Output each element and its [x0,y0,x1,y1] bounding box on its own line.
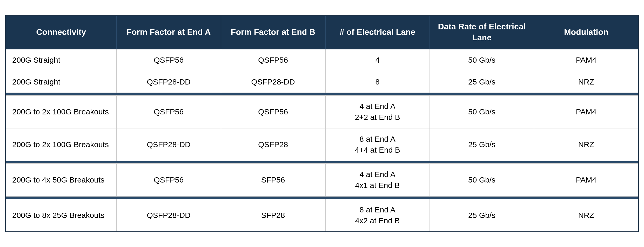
separator-row [6,93,639,95]
form-a-cell: QSFP28-DD [117,128,221,161]
table-row: 200G StraightQSFP28-DDQSFP28-DD825 Gb/sN… [6,71,639,93]
form-b-cell: QSFP56 [221,95,325,128]
electrical-cell: 4 at End A4x1 at End B [325,164,430,196]
data-rate-cell: 25 Gb/s [430,128,534,161]
table-row: 200G to 4x 50G BreakoutsQSFP56SFP564 at … [6,164,639,196]
electrical-cell: 4 [325,49,430,71]
header-connectivity: Connectivity [6,15,117,49]
modulation-cell: PAM4 [534,95,638,128]
table-row: 200G to 8x 25G BreakoutsQSFP28-DDSFP288 … [6,199,639,232]
header-form-b: Form Factor at End B [221,15,325,49]
table-row: 200G to 2x 100G BreakoutsQSFP56QSFP564 a… [6,95,639,128]
form-a-cell: QSFP28-DD [117,199,221,232]
separator-row [6,196,639,199]
modulation-cell: PAM4 [534,49,638,71]
modulation-cell: NRZ [534,128,638,161]
electrical-cell: 8 at End A4x2 at End B [325,199,430,232]
form-b-cell: QSFP56 [221,49,325,71]
electrical-cell: 4 at End A2+2 at End B [325,95,430,128]
table-row: 200G to 2x 100G BreakoutsQSFP28-DDQSFP28… [6,128,639,161]
form-a-cell: QSFP56 [117,49,221,71]
form-a-cell: QSFP56 [117,164,221,196]
modulation-cell: PAM4 [534,164,638,196]
separator-row [6,161,639,164]
form-a-cell: QSFP28-DD [117,71,221,93]
data-rate-cell: 50 Gb/s [430,49,534,71]
form-a-cell: QSFP56 [117,95,221,128]
modulation-cell: NRZ [534,71,638,93]
data-rate-cell: 25 Gb/s [430,71,534,93]
data-rate-cell: 50 Gb/s [430,164,534,196]
modulation-cell: NRZ [534,199,638,232]
connectivity-cell: 200G to 2x 100G Breakouts [6,128,117,161]
header-electrical-lane: # of Electrical Lane [325,15,430,49]
connectivity-cell: 200G Straight [6,49,117,71]
electrical-cell: 8 [325,71,430,93]
connectivity-table: Connectivity Form Factor at End A Form F… [5,15,639,232]
form-b-cell: QSFP28 [221,128,325,161]
table-row: 200G StraightQSFP56QSFP56450 Gb/sPAM4 [6,49,639,71]
connectivity-cell: 200G to 4x 50G Breakouts [6,164,117,196]
connectivity-cell: 200G to 8x 25G Breakouts [6,199,117,232]
connectivity-cell: 200G to 2x 100G Breakouts [6,95,117,128]
table-wrapper: Connectivity Form Factor at End A Form F… [5,15,639,232]
header-form-a: Form Factor at End A [117,15,221,49]
data-rate-cell: 50 Gb/s [430,95,534,128]
header-row: Connectivity Form Factor at End A Form F… [6,15,639,49]
header-modulation: Modulation [534,15,638,49]
data-rate-cell: 25 Gb/s [430,199,534,232]
header-data-rate: Data Rate of Electrical Lane [430,15,534,49]
form-b-cell: SFP56 [221,164,325,196]
form-b-cell: QSFP28-DD [221,71,325,93]
connectivity-cell: 200G Straight [6,71,117,93]
form-b-cell: SFP28 [221,199,325,232]
electrical-cell: 8 at End A4+4 at End B [325,128,430,161]
